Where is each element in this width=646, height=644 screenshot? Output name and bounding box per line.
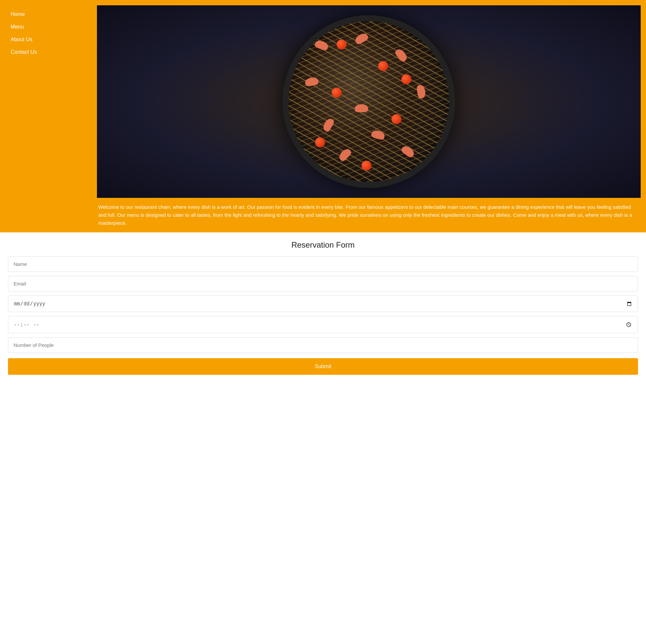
hero-image [97, 5, 641, 198]
hero-description: Welcome to our restaurant chain, where e… [97, 203, 641, 227]
page-layout: Home Menu About Us Contact Us [0, 0, 646, 644]
reservation-title: Reservation Form [8, 240, 638, 250]
sidebar-item-contact[interactable]: Contact Us [5, 46, 92, 59]
sidebar-item-menu[interactable]: Menu [5, 21, 92, 33]
reservation-form: Submit [8, 256, 638, 375]
email-input[interactable] [8, 276, 638, 292]
hero-image-container [97, 5, 641, 198]
sidebar-item-about[interactable]: About Us [5, 33, 92, 46]
main-content: Welcome to our restaurant chain, where e… [97, 5, 641, 227]
people-input[interactable] [8, 337, 638, 353]
submit-button[interactable]: Submit [8, 358, 638, 375]
top-section: Home Menu About Us Contact Us [0, 0, 646, 232]
sidebar: Home Menu About Us Contact Us [5, 5, 92, 227]
name-input[interactable] [8, 256, 638, 272]
time-input[interactable] [8, 316, 638, 333]
sidebar-item-home[interactable]: Home [5, 8, 92, 21]
reservation-section: Reservation Form Submit [0, 232, 646, 386]
date-input[interactable] [8, 296, 638, 312]
sidebar-nav: Home Menu About Us Contact Us [5, 8, 92, 59]
